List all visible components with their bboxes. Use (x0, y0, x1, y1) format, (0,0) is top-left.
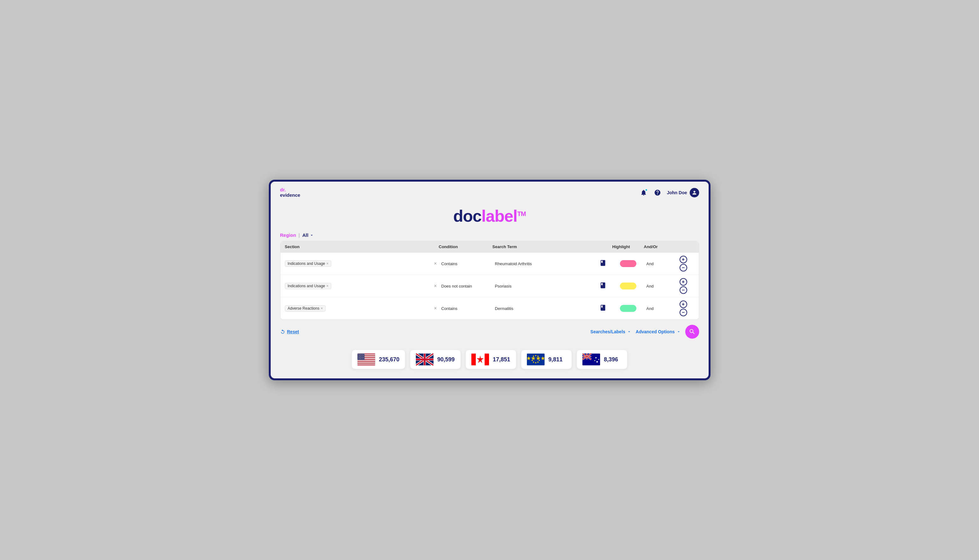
row-close-3[interactable]: × (434, 305, 439, 311)
section-tag-text-2: Indications and Usage (288, 284, 325, 288)
user-name: John Doe (667, 190, 687, 195)
logo-dot: . (285, 187, 286, 192)
row-add-1[interactable]: + (680, 256, 687, 263)
section-tag-text-1: Indications and Usage (288, 262, 325, 266)
searches-labels-label: Searches/Labels (590, 329, 625, 334)
row-close-2[interactable]: × (434, 283, 439, 289)
search-term-3: Dermatitis (493, 306, 593, 311)
title-doc: doc (453, 207, 481, 225)
stat-card-ca: 17,851 (466, 350, 516, 369)
book-icon-2[interactable] (593, 282, 612, 290)
highlight-pill-3[interactable] (620, 305, 637, 312)
stat-number-au: 8,396 (604, 356, 618, 363)
header-icons: John Doe (639, 188, 699, 197)
section-cell-3: Adverse Reactions × × (285, 305, 439, 312)
region-select[interactable]: All (302, 232, 314, 238)
table-header: Section Condition Search Term Highlight … (281, 241, 699, 253)
svg-point-30 (538, 357, 540, 358)
svg-point-33 (535, 362, 536, 363)
table-row-3: Adverse Reactions × × Contains Dermatiti… (281, 297, 699, 319)
condition-cell-3: Contains (439, 306, 493, 311)
tag-remove-2[interactable]: × (326, 284, 328, 288)
searches-labels-button[interactable]: Searches/Labels (590, 329, 632, 334)
tag-remove-1[interactable]: × (326, 262, 328, 266)
section-tag-2: Indications and Usage × (285, 283, 332, 289)
tag-remove-3[interactable]: × (321, 306, 323, 311)
svg-rect-4 (358, 360, 375, 361)
row-actions-3: + − (672, 300, 694, 316)
reset-button[interactable]: Reset (280, 329, 299, 334)
user-area[interactable]: John Doe (667, 188, 699, 197)
svg-point-49 (596, 361, 598, 363)
svg-point-29 (537, 356, 538, 357)
highlight-pill-2[interactable] (620, 283, 637, 290)
row-remove-2[interactable]: − (680, 286, 687, 294)
highlight-cell-1[interactable] (612, 260, 644, 267)
svg-point-31 (538, 360, 540, 361)
bell-button[interactable] (639, 188, 648, 197)
region-label: Region (280, 232, 296, 238)
col-andor: And/Or (644, 244, 672, 249)
inner-frame: dr. evidence John Doe (271, 182, 708, 378)
row-actions-1: + − (672, 256, 694, 272)
section-tag-1: Indications and Usage × (285, 260, 332, 267)
highlight-cell-3[interactable] (612, 305, 644, 312)
search-icon (689, 328, 696, 335)
col-search-term: Search Term (493, 244, 593, 249)
book-icon-3[interactable] (593, 304, 612, 313)
svg-point-52 (596, 357, 596, 358)
bell-badge (645, 188, 648, 192)
highlight-pill-1[interactable] (620, 260, 637, 267)
logo-evidence: evidence (280, 193, 300, 198)
bottom-actions: Reset Searches/Labels Advanced Options (271, 320, 708, 344)
header: dr. evidence John Doe (271, 182, 708, 201)
logo-dr: dr. (280, 187, 300, 193)
search-term-1: Rheumatoid Arthritis (493, 262, 593, 266)
outer-frame: dr. evidence John Doe (269, 180, 710, 380)
stat-card-uk: 90,599 (410, 350, 461, 369)
book-icon-1[interactable] (593, 260, 612, 268)
reset-label: Reset (287, 329, 299, 334)
svg-rect-6 (358, 363, 375, 365)
stat-card-us: ★ ★ ★ ★ ★ ★ ★ ★ ★ ★ ★ ★ ★ ★ ★ ★ ★ ★ ★ ★ … (352, 350, 405, 369)
andor-cell-3: And (644, 306, 672, 311)
svg-point-28 (535, 355, 536, 356)
condition-cell-1: Contains (439, 262, 493, 266)
svg-point-34 (533, 362, 534, 363)
help-button[interactable] (653, 188, 662, 197)
logo: dr. evidence (280, 187, 300, 198)
search-term-2: Psoriasis (493, 284, 593, 288)
row-remove-1[interactable]: − (680, 264, 687, 272)
title-label: label (481, 207, 518, 225)
highlight-cell-2[interactable] (612, 283, 644, 290)
section-tag-text-3: Adverse Reactions (288, 306, 320, 311)
advanced-options-button[interactable]: Advanced Options (636, 329, 681, 334)
stat-number-uk: 90,599 (437, 356, 454, 363)
svg-point-50 (595, 360, 595, 361)
svg-point-51 (598, 359, 599, 360)
flag-uk (416, 353, 433, 366)
svg-rect-21 (416, 358, 433, 360)
table-row: Indications and Usage × × Contains Rheum… (281, 253, 699, 275)
region-bar: Region | All (271, 232, 708, 241)
col-condition: Condition (439, 244, 493, 249)
search-button[interactable] (685, 325, 699, 338)
row-add-3[interactable]: + (680, 300, 687, 308)
svg-rect-47 (582, 356, 591, 357)
row-remove-3[interactable]: − (680, 309, 687, 316)
row-close-1[interactable]: × (434, 261, 439, 267)
page-title-area: doclabelTM (271, 201, 708, 232)
region-value: All (302, 232, 308, 238)
advanced-options-label: Advanced Options (636, 329, 675, 334)
andor-cell-1: And (644, 262, 672, 266)
condition-cell-2: Does not contain (439, 284, 493, 288)
stat-number-us: 235,670 (379, 356, 399, 363)
row-add-2[interactable]: + (680, 278, 687, 286)
table-row-2: Indications and Usage × × Does not conta… (281, 275, 699, 297)
title-tm: TM (518, 210, 526, 217)
flag-us: ★ ★ ★ ★ ★ ★ ★ ★ ★ ★ ★ ★ ★ ★ ★ ★ ★ ★ ★ ★ … (358, 353, 375, 366)
stats-row: ★ ★ ★ ★ ★ ★ ★ ★ ★ ★ ★ ★ ★ ★ ★ ★ ★ ★ ★ ★ … (271, 344, 708, 378)
svg-point-37 (533, 356, 534, 357)
col-section: Section (285, 244, 439, 249)
page-title: doclabelTM (453, 207, 526, 225)
